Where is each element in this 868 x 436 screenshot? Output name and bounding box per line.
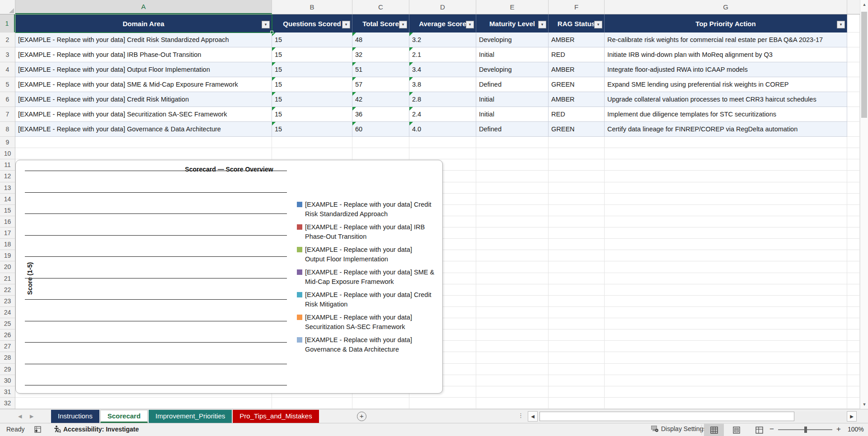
row-header-24[interactable]: 24 xyxy=(0,307,15,318)
sheet-tab-improvement_priorities[interactable]: Improvement_Priorities xyxy=(149,410,232,423)
cell-C3[interactable]: 32 xyxy=(352,47,409,62)
cell-B2[interactable]: 15 xyxy=(272,32,352,47)
column-header-F[interactable]: F xyxy=(549,0,605,14)
sheet-tab-scorecard[interactable]: Scorecard xyxy=(100,410,148,423)
cell-D3[interactable]: 2.1 xyxy=(409,47,476,62)
filter-dropdown-icon[interactable]: ▾ xyxy=(342,21,350,28)
new-sheet-button[interactable]: + xyxy=(357,412,366,421)
cell-F7[interactable]: RED xyxy=(549,107,605,122)
accessibility-status[interactable]: Accessibility: Investigate xyxy=(53,425,139,433)
row-header-9[interactable]: 9 xyxy=(0,137,15,148)
tab-scroll-left-icon[interactable]: ◀ xyxy=(18,409,22,423)
filter-dropdown-icon[interactable]: ▾ xyxy=(538,21,546,28)
zoom-in-button[interactable]: + xyxy=(836,425,841,434)
horizontal-scrollbar-thumb[interactable] xyxy=(540,412,794,421)
row-header-26[interactable]: 26 xyxy=(0,329,15,341)
cell-A6[interactable]: [EXAMPLE - Replace with your data] Credi… xyxy=(15,92,272,107)
cell-G3[interactable]: Initiate IRB wind-down plan with MoReq a… xyxy=(605,47,847,62)
hscroll-left-icon[interactable]: ◀ xyxy=(528,411,538,422)
cell-E2[interactable]: Developing xyxy=(476,32,549,47)
column-header-A[interactable]: A xyxy=(15,0,272,14)
cell-A5[interactable]: [EXAMPLE - Replace with your data] SME &… xyxy=(15,77,272,92)
filter-dropdown-icon[interactable]: ▾ xyxy=(466,21,474,28)
table-header-E[interactable]: Maturity Level▾ xyxy=(476,14,549,32)
cell-E8[interactable]: Defined xyxy=(476,122,549,137)
zoom-slider[interactable] xyxy=(778,429,832,430)
row-header-20[interactable]: 20 xyxy=(0,261,15,273)
row-header-5[interactable]: 5 xyxy=(0,77,15,92)
cell-D6[interactable]: 2.8 xyxy=(409,92,476,107)
cell-G2[interactable]: Re-calibrate risk weights for commercial… xyxy=(605,32,847,47)
row-header-32[interactable]: 32 xyxy=(0,398,15,409)
normal-view-button[interactable] xyxy=(704,424,724,436)
row-header-6[interactable]: 6 xyxy=(0,92,15,107)
row-header-29[interactable]: 29 xyxy=(0,364,15,375)
cell-C2[interactable]: 48 xyxy=(352,32,409,47)
cell-F8[interactable]: GREEN xyxy=(549,122,605,137)
row-header-8[interactable]: 8 xyxy=(0,122,15,137)
row-header-19[interactable]: 19 xyxy=(0,250,15,261)
row-header-27[interactable]: 27 xyxy=(0,341,15,352)
embedded-chart[interactable]: Scorecard — Score Overview Score (1-5) [… xyxy=(15,160,443,394)
filter-dropdown-icon[interactable]: ▾ xyxy=(837,21,845,28)
cell-C5[interactable]: 57 xyxy=(352,77,409,92)
horizontal-scrollbar[interactable] xyxy=(539,411,846,422)
row-header-3[interactable]: 3 xyxy=(0,47,15,62)
row-header-30[interactable]: 30 xyxy=(0,375,15,386)
cell-E6[interactable]: Initial xyxy=(476,92,549,107)
row-header-2[interactable]: 2 xyxy=(0,32,15,47)
cell-C4[interactable]: 51 xyxy=(352,62,409,77)
zoom-level[interactable]: 100% xyxy=(848,426,864,433)
cell-C7[interactable]: 36 xyxy=(352,107,409,122)
cell-D8[interactable]: 4.0 xyxy=(409,122,476,137)
page-break-preview-button[interactable] xyxy=(749,424,769,436)
zoom-out-button[interactable]: − xyxy=(769,425,774,434)
cell-G7[interactable]: Implement due diligence templates for ST… xyxy=(605,107,847,122)
tab-splitter-handle[interactable]: ⋮ xyxy=(518,412,524,419)
cell-E4[interactable]: Developing xyxy=(476,62,549,77)
table-header-B[interactable]: Questions Scored▾ xyxy=(272,14,352,32)
cell-B5[interactable]: 15 xyxy=(272,77,352,92)
cells-area[interactable]: Scorecard — Score Overview Score (1-5) [… xyxy=(15,14,860,409)
scroll-up-icon[interactable]: ▲ xyxy=(860,0,868,9)
cell-B4[interactable]: 15 xyxy=(272,62,352,77)
cell-B3[interactable]: 15 xyxy=(272,47,352,62)
row-header-15[interactable]: 15 xyxy=(0,205,15,216)
table-header-C[interactable]: Total Score▾ xyxy=(352,14,409,32)
row-header-17[interactable]: 17 xyxy=(0,227,15,239)
cell-B7[interactable]: 15 xyxy=(272,107,352,122)
column-header-B[interactable]: B xyxy=(272,0,352,14)
row-header-13[interactable]: 13 xyxy=(0,182,15,194)
column-header-C[interactable]: C xyxy=(352,0,409,14)
cell-D7[interactable]: 2.4 xyxy=(409,107,476,122)
table-header-D[interactable]: Average Score▾ xyxy=(409,14,476,32)
tab-scroll-right-icon[interactable]: ▶ xyxy=(30,409,33,423)
row-header-16[interactable]: 16 xyxy=(0,216,15,227)
row-header-4[interactable]: 4 xyxy=(0,62,15,77)
cell-F5[interactable]: GREEN xyxy=(549,77,605,92)
filter-dropdown-icon[interactable]: ▾ xyxy=(262,21,270,28)
cell-E5[interactable]: Defined xyxy=(476,77,549,92)
row-header-23[interactable]: 23 xyxy=(0,296,15,307)
zoom-slider-thumb[interactable] xyxy=(804,427,807,433)
cell-C8[interactable]: 60 xyxy=(352,122,409,137)
table-header-G[interactable]: Top Priority Action▾ xyxy=(605,14,847,32)
cell-A3[interactable]: [EXAMPLE - Replace with your data] IRB P… xyxy=(15,47,272,62)
macro-record-icon[interactable] xyxy=(34,426,41,433)
row-header-14[interactable]: 14 xyxy=(0,194,15,205)
cell-G8[interactable]: Certify data lineage for FINREP/COREP vi… xyxy=(605,122,847,137)
row-header-28[interactable]: 28 xyxy=(0,352,15,363)
cell-G5[interactable]: Expand SME lending using preferential ri… xyxy=(605,77,847,92)
cell-D2[interactable]: 3.2 xyxy=(409,32,476,47)
cell-F3[interactable]: RED xyxy=(549,47,605,62)
cell-D5[interactable]: 3.8 xyxy=(409,77,476,92)
row-header-21[interactable]: 21 xyxy=(0,273,15,284)
cell-A4[interactable]: [EXAMPLE - Replace with your data] Outpu… xyxy=(15,62,272,77)
display-settings-button[interactable]: Display Settings xyxy=(651,425,706,432)
cell-F4[interactable]: AMBER xyxy=(549,62,605,77)
column-header-D[interactable]: D xyxy=(409,0,476,14)
row-header-12[interactable]: 12 xyxy=(0,171,15,182)
cell-B8[interactable]: 15 xyxy=(272,122,352,137)
row-header-1[interactable]: 1 xyxy=(0,14,15,32)
row-header-7[interactable]: 7 xyxy=(0,107,15,122)
